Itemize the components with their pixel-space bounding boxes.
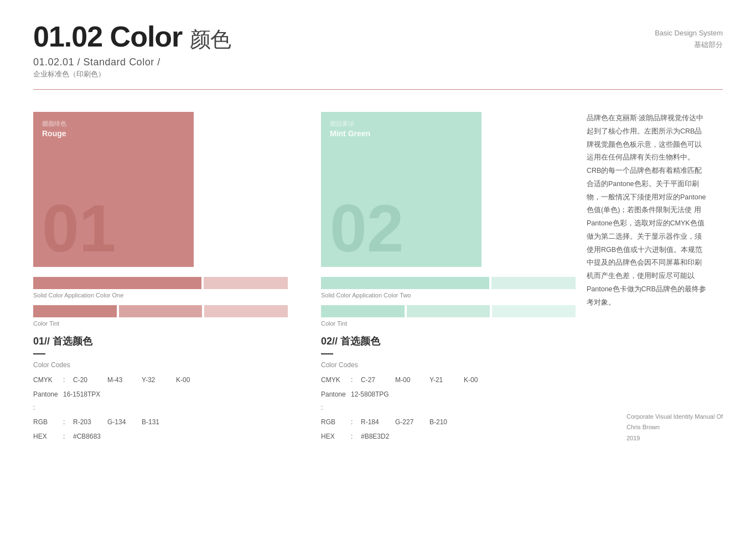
mint-cmyk-k: K-00 xyxy=(464,373,491,387)
mint-tint-label: Color Tint xyxy=(321,320,576,327)
mint-cmyk-key: CMYK xyxy=(321,373,346,387)
mint-hex-key: HEX xyxy=(321,430,346,443)
rouge-light-bar xyxy=(204,277,288,289)
mint-section-heading: 02// 首选颜色 xyxy=(321,335,576,348)
mint-rgb-g: G-227 xyxy=(395,415,423,429)
rouge-hex-colon: : xyxy=(63,430,69,443)
main-title: 01.02 Color 颜色 xyxy=(33,22,231,51)
subtitle-line2: 企业标准色（印刷色） xyxy=(33,69,231,79)
rouge-cmyk-c: C-20 xyxy=(73,373,101,387)
rouge-pantone-value: 16-1518TPX xyxy=(63,388,100,401)
footer-line2: Chris Brown xyxy=(626,422,723,433)
footer-line1: Corporate Visual Identity Manual Of xyxy=(626,411,723,423)
mint-hex-value: #B8E3D2 xyxy=(361,430,389,443)
mint-dash xyxy=(321,353,333,354)
mint-rgb-key: RGB xyxy=(321,415,346,429)
mint-cmyk-values: C-27 M-00 Y-21 K-00 xyxy=(361,373,491,387)
rouge-hex-value: #CB8683 xyxy=(73,430,101,443)
main-content: 腮脂绯色 Rouge 01 Solid Color Application Co… xyxy=(33,112,723,444)
rouge-codes-table: CMYK : C-20 M-43 Y-32 K-00 Pantone : 16-… xyxy=(33,373,288,443)
mint-tint-3 xyxy=(492,305,576,317)
footer-info: Corporate Visual Identity Manual Of Chri… xyxy=(626,411,723,444)
system-name: Basic Design System xyxy=(655,28,723,39)
mint-english-label: Mint Green xyxy=(330,129,370,138)
mint-rgb-r: R-184 xyxy=(361,415,389,429)
mint-light-bar xyxy=(491,277,576,289)
mint-rgb-row: RGB : R-184 G-227 B-210 xyxy=(321,415,576,429)
rouge-cmyk-colon: : xyxy=(63,373,69,387)
mint-main-bar xyxy=(321,277,489,289)
rouge-cmyk-key: CMYK xyxy=(33,373,59,387)
rouge-dash xyxy=(33,353,45,354)
right-column: 腮脱雾绿 Mint Green 02 Solid Color Applicati… xyxy=(321,112,576,444)
mint-codes-title: Color Codes xyxy=(321,361,576,369)
rouge-tint-label: Color Tint xyxy=(33,320,288,327)
rouge-tint-1 xyxy=(33,305,117,317)
rouge-pantone-key: Pantone : xyxy=(33,388,59,414)
rouge-pantone-row: Pantone : 16-1518TPX xyxy=(33,388,288,414)
mint-swatch: 腮脱雾绿 Mint Green 02 xyxy=(321,112,481,267)
rouge-swatch: 腮脂绯色 Rouge 01 xyxy=(33,112,194,267)
rouge-bar-label: Solid Color Application Color One xyxy=(33,292,288,299)
rouge-codes-title: Color Codes xyxy=(33,361,288,369)
mint-cmyk-row: CMYK : C-27 M-00 Y-21 K-00 xyxy=(321,373,576,387)
rouge-tint-2 xyxy=(119,305,203,317)
subtitle-line1: 01.02.01 / Standard Color / xyxy=(33,56,231,68)
far-right-column: 品牌色在克丽斯·波朗品牌视觉传达中起到了核心作用。左图所示为CRB品牌视觉颜色色… xyxy=(576,112,723,444)
subtitle-block: 01.02.01 / Standard Color / 企业标准色（印刷色） xyxy=(33,56,231,79)
page-header: 01.02 Color 颜色 01.02.01 / Standard Color… xyxy=(33,22,723,79)
rouge-cmyk-row: CMYK : C-20 M-43 Y-32 K-00 xyxy=(33,373,288,387)
rouge-tint-3 xyxy=(204,305,288,317)
title-chinese: 颜色 xyxy=(190,28,231,51)
rouge-rgb-r: R-203 xyxy=(73,415,101,429)
mint-tint-2 xyxy=(407,305,490,317)
left-column: 腮脂绯色 Rouge 01 Solid Color Application Co… xyxy=(33,112,288,444)
mint-number: 02 xyxy=(330,195,403,261)
mint-cmyk-y: Y-21 xyxy=(429,373,457,387)
rouge-tint-bars xyxy=(33,305,288,317)
rouge-hex-key: HEX xyxy=(33,430,59,443)
rouge-cmyk-m: M-43 xyxy=(107,373,135,387)
mint-solid-bars xyxy=(321,277,576,289)
mint-rgb-values: R-184 G-227 B-210 xyxy=(361,415,457,429)
mint-rgb-colon: : xyxy=(351,415,356,429)
mint-hex-colon: : xyxy=(351,430,356,443)
rouge-rgb-g: G-134 xyxy=(107,415,135,429)
rouge-chinese-label: 腮脂绯色 xyxy=(42,120,66,128)
mint-rgb-b: B-210 xyxy=(429,415,457,429)
rouge-hex-row: HEX : #CB8683 xyxy=(33,430,288,443)
mint-cmyk-c: C-27 xyxy=(361,373,389,387)
rouge-rgb-b: B-131 xyxy=(142,415,169,429)
rouge-cmyk-values: C-20 M-43 Y-32 K-00 xyxy=(73,373,204,387)
mint-swatch-label: 腮脱雾绿 Mint Green xyxy=(330,120,370,138)
brand-description: 品牌色在克丽斯·波朗品牌视觉传达中起到了核心作用。左图所示为CRB品牌视觉颜色色… xyxy=(587,112,708,309)
mint-pantone-value: 12-5808TPG xyxy=(351,388,389,401)
mint-cmyk-m: M-00 xyxy=(395,373,423,387)
system-name-chinese: 基础部分 xyxy=(655,39,723,51)
rouge-section-heading: 01// 首选颜色 xyxy=(33,335,288,348)
rouge-cmyk-k: K-00 xyxy=(176,373,204,387)
mint-chinese-label: 腮脱雾绿 xyxy=(330,120,370,128)
rouge-main-bar xyxy=(33,277,201,289)
footer-year: 2019 xyxy=(626,433,723,444)
mint-codes-table: CMYK : C-27 M-00 Y-21 K-00 Pantone : 12-… xyxy=(321,373,576,443)
mint-tint-bars xyxy=(321,305,576,317)
rouge-cmyk-y: Y-32 xyxy=(142,373,169,387)
rouge-solid-bars xyxy=(33,277,288,289)
header-divider xyxy=(33,89,723,90)
rouge-rgb-row: RGB : R-203 G-134 B-131 xyxy=(33,415,288,429)
rouge-english-label: Rouge xyxy=(42,129,66,138)
mint-pantone-key: Pantone : xyxy=(321,388,346,414)
rouge-rgb-colon: : xyxy=(63,415,69,429)
rouge-rgb-key: RGB xyxy=(33,415,59,429)
mint-tint-1 xyxy=(321,305,405,317)
rouge-swatch-label: 腮脂绯色 Rouge xyxy=(42,120,66,138)
title-block: 01.02 Color 颜色 01.02.01 / Standard Color… xyxy=(33,22,231,79)
mint-bar-label: Solid Color Application Color Two xyxy=(321,292,576,299)
mint-pantone-row: Pantone : 12-5808TPG xyxy=(321,388,576,414)
mint-hex-row: HEX : #B8E3D2 xyxy=(321,430,576,443)
title-text: 01.02 Color xyxy=(33,20,182,53)
top-right-info: Basic Design System 基础部分 xyxy=(655,28,723,51)
mint-cmyk-colon: : xyxy=(351,373,356,387)
rouge-rgb-values: R-203 G-134 B-131 xyxy=(73,415,169,429)
